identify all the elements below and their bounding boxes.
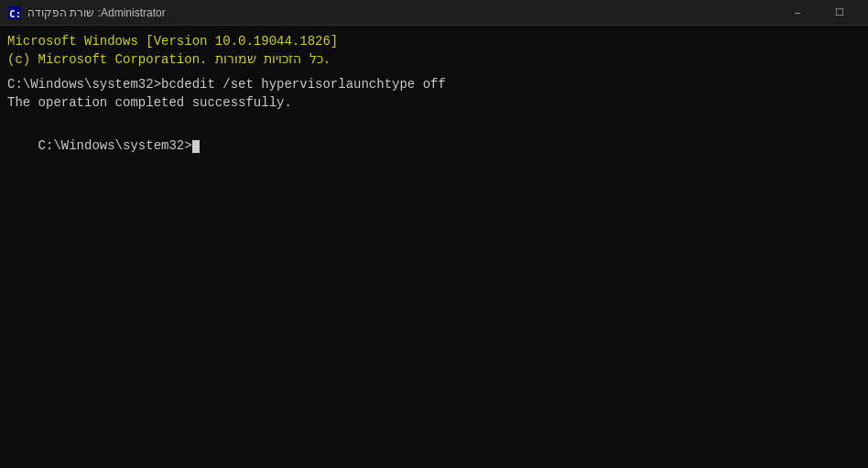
maximize-button[interactable]: ☐: [819, 0, 861, 26]
title-bar-left: C:\ Administrator: שורת הפקודה: [7, 5, 166, 20]
cursor: [192, 140, 200, 153]
svg-text:C:\: C:\: [9, 8, 22, 20]
minimize-button[interactable]: −: [776, 0, 819, 26]
title-bar-controls: − ☐: [776, 0, 861, 26]
terminal-line-2: (c) Microsoft Corporation. כל הזכויות שמ…: [7, 51, 861, 70]
title-bar: C:\ Administrator: שורת הפקודה − ☐: [0, 0, 868, 26]
terminal-body: Microsoft Windows [Version 10.0.19044.18…: [0, 26, 868, 468]
cmd-icon: C:\: [7, 5, 22, 20]
terminal-line-5: The operation completed successfully.: [7, 94, 861, 113]
terminal-line-4: C:\Windows\system32>bcdedit /set hypervi…: [7, 76, 861, 94]
terminal-line-1: Microsoft Windows [Version 10.0.19044.18…: [7, 33, 861, 51]
title-bar-title: Administrator: שורת הפקודה: [27, 6, 166, 19]
terminal-prompt: C:\Windows\system32>: [7, 119, 861, 173]
